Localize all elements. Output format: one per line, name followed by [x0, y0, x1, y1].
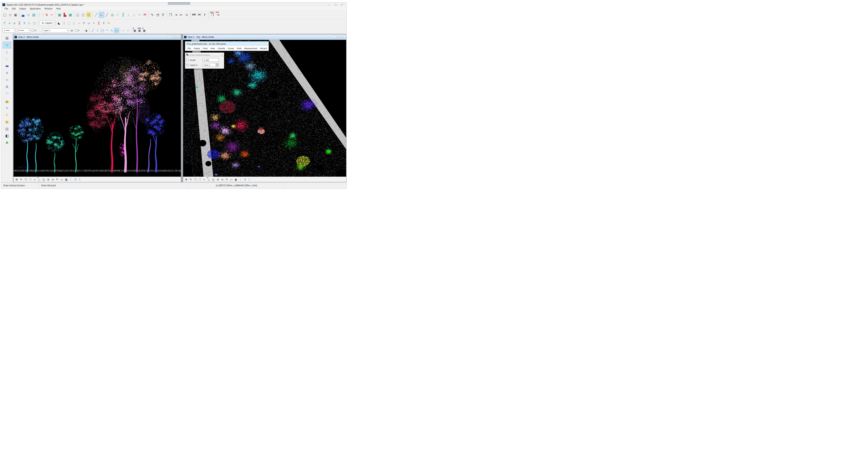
cloud-save-tool[interactable]: ▣0 — [142, 28, 147, 33]
draw-polyline-tool[interactable]: ⌇ — [95, 28, 100, 33]
apply-to-checkbox[interactable]: ✓ — [186, 64, 189, 66]
dialog-titlebar[interactable]: Draw Vertical Section ✕ — [185, 53, 224, 57]
view1-titlebar[interactable]: View 1 - Top - Mono mode ▿ ❐ ✕ — [183, 34, 346, 40]
snap-center[interactable]: ◎ — [110, 12, 115, 18]
move-point-tool[interactable]: ↱ — [2, 21, 7, 26]
cross-gray-tool[interactable]: ╳ — [62, 21, 66, 26]
las-menu-file[interactable]: File — [186, 47, 192, 49]
line-weight-combo[interactable]: 0▼ — [17, 28, 30, 32]
menu-help[interactable]: Help — [54, 7, 62, 10]
dxf-export-button[interactable]: ⇥DXF — [215, 12, 221, 18]
las-menu-output[interactable]: Output — [192, 47, 202, 49]
view1-close-button[interactable]: ✕ — [342, 36, 345, 38]
profile-tool[interactable]: ≈ — [3, 77, 11, 83]
view2-titlebar[interactable]: View 2 - Mono mode ▿ ❐ ✕ — [13, 34, 181, 40]
ellipse-gray-tool[interactable]: ◯ — [66, 21, 71, 26]
view2-restore-button[interactable]: ❐ — [172, 36, 176, 38]
fit-view-button[interactable]: ▣ — [64, 177, 68, 182]
fence-grid2-tool[interactable]: ▦ — [68, 12, 73, 18]
yarn-tool[interactable]: ⊛ — [69, 28, 74, 33]
dot-tool[interactable]: • — [91, 21, 96, 26]
paint-tool[interactable]: ✎ — [106, 21, 111, 26]
view2-close-button[interactable]: ✕ — [176, 36, 180, 38]
menu-window[interactable]: Window — [43, 7, 54, 10]
snap-perpendicular-2[interactable]: ⊥ — [131, 12, 137, 18]
join-tool[interactable]: ⑂ — [126, 28, 130, 33]
split-tool[interactable]: ⑁ — [121, 28, 126, 33]
measure-protractor-tool[interactable]: ◔ — [155, 12, 160, 18]
level-down-tool[interactable]: ⊓ — [82, 21, 86, 26]
snap-curve[interactable]: ╱ — [93, 12, 99, 18]
import-button[interactable]: ⇥ — [173, 12, 179, 18]
box-scan-tool[interactable]: ▬ — [3, 63, 11, 69]
menu-application[interactable]: Application — [28, 7, 42, 10]
snap-vertex[interactable]: ∟ — [99, 12, 104, 18]
fill-checkbox[interactable]: 0 — [75, 29, 79, 32]
export-button[interactable]: ⇤ — [179, 12, 184, 18]
apply-to-dropdown[interactable]: View 2 ▼ — [203, 63, 219, 67]
snap-2d[interactable]: 2D — [142, 12, 148, 18]
las-file-window[interactable]: TLS_preliminarno.las - 16 461 489 points… — [185, 41, 269, 51]
view-triangulate-button[interactable]: △A — [37, 177, 41, 182]
snap-perpendicular[interactable]: ⊥ — [126, 12, 131, 18]
box-edit-tool[interactable]: ▢ — [32, 21, 37, 26]
draw-circle-tool[interactable]: ◯ — [100, 28, 105, 33]
view-copy2-button[interactable]: ❒ — [28, 177, 32, 182]
dialog-close-icon[interactable]: ✕ — [221, 54, 223, 56]
view-settings-button[interactable]: ⚙ — [14, 177, 19, 182]
line-style-combo[interactable]: 1▼ — [3, 28, 16, 32]
snap-line[interactable]: ╱ — [104, 12, 110, 18]
bridge-arc-tool[interactable]: ◠ — [3, 91, 11, 97]
view-settings-button[interactable]: ⚙ — [184, 177, 189, 182]
view-copy-button[interactable]: ❒ — [24, 177, 28, 182]
las-menu-classify[interactable]: Classify — [216, 47, 226, 49]
grid-points-tool[interactable]: ⋮⋮ — [38, 12, 44, 18]
view-brush-button[interactable]: ✎ — [19, 177, 24, 182]
frame-b-tool[interactable]: ◰ — [81, 12, 86, 18]
view-chain-button[interactable]: ⋮ — [68, 177, 73, 182]
stream-tool[interactable]: ∿ — [3, 105, 11, 111]
frame-a-tool[interactable]: ◱ — [75, 12, 81, 18]
las-menu-measurement[interactable]: Measurement — [243, 47, 259, 49]
view-rotate-button[interactable]: ⇱ — [55, 177, 60, 182]
red-polyline-tool[interactable]: ⌐ — [50, 12, 55, 18]
view2-point-cloud-canvas[interactable] — [13, 40, 181, 177]
view-pan-button[interactable]: ＋ — [202, 177, 207, 182]
table-tool[interactable]: ▥ — [3, 126, 11, 132]
flag-tool[interactable]: ◣ — [57, 21, 62, 26]
export-view-tool[interactable]: ◧ — [3, 132, 11, 139]
select-fence-tool[interactable]: ▣ — [13, 12, 18, 18]
draw-rect-tool[interactable]: ▭ — [114, 28, 119, 33]
view-rect-button[interactable]: ▭ — [60, 177, 64, 182]
scissors-tool[interactable]: ╳ — [17, 21, 22, 26]
minimize-button[interactable]: — — [328, 4, 330, 6]
color-checkbox[interactable]: 0 — [32, 29, 36, 32]
measure-pencil-tool[interactable]: ✎ — [150, 12, 155, 18]
polygon-edit-tool[interactable]: ▷ — [27, 21, 32, 26]
level-up-tool[interactable]: ⊔ — [86, 21, 91, 26]
close-button[interactable]: ✕ — [341, 4, 343, 6]
redo-button[interactable]: ↻ — [247, 177, 252, 182]
view-rotate-button[interactable]: ⇱ — [225, 177, 229, 182]
measure-plumb-tool[interactable]: ⚲ — [160, 12, 166, 18]
drop-vertex-tool[interactable]: ⊻ — [22, 21, 27, 26]
abs-label-tool[interactable]: ƒᵃ — [202, 12, 208, 18]
dropdown-arrow-icon[interactable]: ▼ — [216, 63, 219, 66]
view-chain-button[interactable]: ⋮ — [238, 177, 243, 182]
ellipse-scan-tool[interactable]: ◌ — [3, 56, 11, 62]
active-layer-combo[interactable]: Layer 1▼ — [42, 28, 69, 32]
las-menu-view[interactable]: View — [209, 47, 216, 49]
view-pan-button[interactable]: ＋ — [32, 177, 37, 182]
menu-file[interactable]: File — [3, 7, 10, 10]
trees-tool[interactable]: ♣ — [3, 139, 11, 146]
open-project-button[interactable]: ❒ — [168, 12, 173, 18]
view-triangulate-button[interactable]: △A — [207, 177, 211, 182]
merge-tool[interactable]: ⊼ — [101, 21, 106, 26]
fence-grid-tool[interactable]: ▦ — [57, 12, 62, 18]
frame-blue-tool[interactable]: ▯ — [71, 21, 76, 26]
zoom-in-button[interactable]: ⊕ — [216, 177, 220, 182]
layers-button[interactable]: ≋ Layers — [39, 21, 54, 26]
draw-vertical-section-dialog[interactable]: Draw Vertical Section ✕ Depth : 5.465 — [185, 53, 224, 69]
minimized-window-tab[interactable] — [168, 2, 190, 4]
view2-minimize-button[interactable]: ▿ — [168, 36, 172, 38]
